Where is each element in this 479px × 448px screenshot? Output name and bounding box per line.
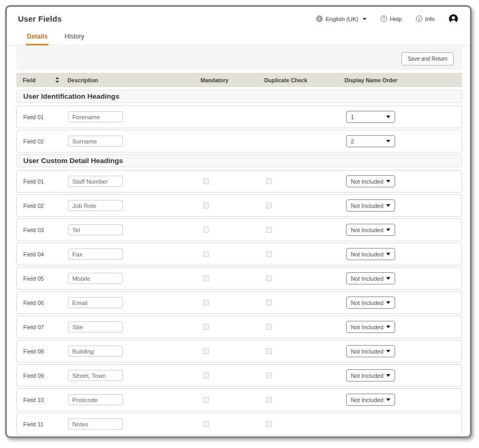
display-name-order-dropdown[interactable]: 2 <box>346 135 395 147</box>
svg-text:i: i <box>418 17 420 22</box>
duplicate-check-checkbox[interactable] <box>266 373 272 378</box>
column-header-description: Description <box>68 77 200 83</box>
column-header-duplicate-check: Duplicate Check <box>264 77 344 83</box>
language-selector[interactable]: English (UK) <box>316 15 367 22</box>
table-row: Field 01 1 <box>16 106 462 128</box>
display-order-cell: Not Included <box>345 321 462 333</box>
display-order-cell: Not Included <box>345 369 462 382</box>
mandatory-checkbox[interactable] <box>203 275 209 281</box>
description-input[interactable] <box>68 321 123 332</box>
display-name-order-dropdown[interactable]: 1 <box>346 111 395 123</box>
mandatory-checkbox[interactable] <box>203 373 209 378</box>
display-name-order-dropdown[interactable]: Not Included <box>346 321 395 333</box>
display-name-order-dropdown[interactable]: Not Included <box>346 199 395 212</box>
description-input[interactable] <box>68 346 123 357</box>
column-header-display-name-order: Display Name Order <box>344 77 462 83</box>
mandatory-checkbox[interactable] <box>203 227 209 233</box>
toolbar: Save and Return <box>16 47 462 70</box>
mandatory-checkbox[interactable] <box>203 397 209 403</box>
display-name-order-dropdown[interactable]: Not Included <box>346 297 395 309</box>
duplicate-check-checkbox[interactable] <box>266 251 272 257</box>
table-row: Field 02 Not Included <box>16 194 462 217</box>
display-order-cell: 2 <box>345 135 462 147</box>
duplicate-check-checkbox[interactable] <box>266 348 272 354</box>
info-label: Info <box>425 16 435 22</box>
duplicate-check-cell <box>265 347 345 356</box>
field-label: Field 07 <box>17 324 68 330</box>
display-name-order-dropdown[interactable]: Not Included <box>346 345 395 357</box>
field-label: Field 02 <box>17 203 68 209</box>
avatar[interactable] <box>448 14 458 24</box>
save-and-return-button[interactable]: Save and Return <box>401 52 454 65</box>
display-name-order-dropdown[interactable]: Not Included <box>346 369 395 382</box>
info-button[interactable]: i Info <box>416 15 435 22</box>
description-input[interactable] <box>68 111 123 122</box>
tab-history[interactable]: History <box>63 31 85 45</box>
display-order-cell: Not Included <box>345 394 462 406</box>
description-input[interactable] <box>68 418 123 430</box>
column-header-mandatory: Mandatory <box>200 77 264 83</box>
display-order-cell: Not Included <box>345 272 462 284</box>
description-cell <box>68 394 201 405</box>
mandatory-checkbox[interactable] <box>203 300 209 306</box>
mandatory-checkbox[interactable] <box>203 421 209 427</box>
description-input[interactable] <box>68 224 123 235</box>
info-icon: i <box>416 15 423 22</box>
duplicate-check-checkbox[interactable] <box>266 203 272 208</box>
description-input[interactable] <box>68 200 123 211</box>
mandatory-checkbox[interactable] <box>203 251 209 257</box>
mandatory-checkbox[interactable] <box>203 178 209 184</box>
description-input[interactable] <box>68 249 123 260</box>
description-input[interactable] <box>68 394 123 405</box>
duplicate-check-cell <box>265 225 345 235</box>
language-label: English (UK) <box>325 16 358 22</box>
description-cell <box>68 136 201 147</box>
description-cell <box>68 297 201 308</box>
description-input[interactable] <box>68 297 123 308</box>
chevron-down-icon <box>386 116 390 118</box>
table-row: Field 09 Not Included <box>16 364 462 387</box>
description-input[interactable] <box>68 273 123 284</box>
display-name-order-dropdown[interactable]: Not Included <box>346 394 395 406</box>
description-input[interactable] <box>68 176 123 187</box>
tab-details[interactable]: Details <box>26 31 49 45</box>
mandatory-cell <box>201 420 265 429</box>
display-name-order-value: 1 <box>351 114 354 120</box>
display-name-order-value: 2 <box>351 138 354 145</box>
mandatory-checkbox[interactable] <box>203 324 209 330</box>
display-name-order-dropdown[interactable]: Not Included <box>346 272 395 284</box>
display-name-order-value: Not Included <box>351 178 384 185</box>
duplicate-check-cell <box>265 322 345 332</box>
display-name-order-dropdown[interactable]: Not Included <box>346 248 395 260</box>
display-name-order-value: Not Included <box>351 324 384 330</box>
duplicate-check-checkbox[interactable] <box>266 421 272 427</box>
mandatory-cell <box>201 395 265 405</box>
table-row: Field 06 Not Included <box>16 291 462 314</box>
duplicate-check-checkbox[interactable] <box>266 178 272 184</box>
field-label: Field 05 <box>17 275 68 282</box>
duplicate-check-checkbox[interactable] <box>266 300 272 306</box>
mandatory-checkbox[interactable] <box>203 203 209 208</box>
mandatory-checkbox[interactable] <box>203 348 209 354</box>
help-button[interactable]: ? Help <box>380 15 402 22</box>
table-row: Field 07 Not Included <box>16 316 462 338</box>
description-cell <box>68 224 201 235</box>
display-name-order-dropdown[interactable]: Not Included <box>346 175 395 187</box>
description-input[interactable] <box>68 370 123 381</box>
duplicate-check-cell <box>265 298 345 308</box>
section-header: User Identification Headings <box>16 90 462 103</box>
duplicate-check-checkbox[interactable] <box>266 324 272 330</box>
field-label: Field 01 <box>17 114 68 120</box>
section-header: User Custom Detail Headings <box>16 154 462 167</box>
description-cell <box>68 176 201 187</box>
description-input[interactable] <box>68 136 123 147</box>
svg-text:?: ? <box>382 16 385 21</box>
duplicate-check-cell <box>265 201 345 211</box>
field-label: Field 06 <box>17 300 68 306</box>
sort-icon[interactable] <box>55 77 59 83</box>
duplicate-check-checkbox[interactable] <box>266 275 272 281</box>
duplicate-check-cell <box>265 371 345 380</box>
duplicate-check-checkbox[interactable] <box>266 227 272 233</box>
display-name-order-dropdown[interactable]: Not Included <box>346 224 395 236</box>
duplicate-check-checkbox[interactable] <box>266 397 272 403</box>
